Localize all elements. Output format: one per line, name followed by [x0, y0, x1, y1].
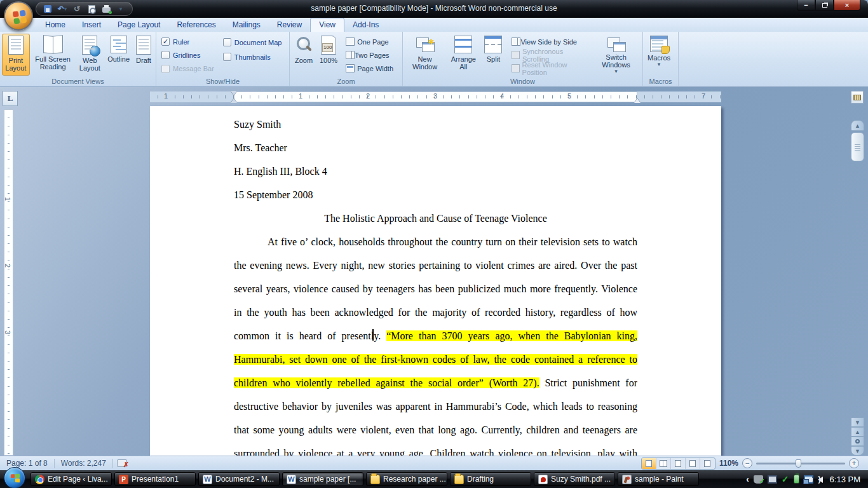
update-check-tray-icon[interactable]: ✓	[782, 475, 789, 484]
arrange-all-button[interactable]: Arrange All	[446, 34, 480, 76]
taskbar-item-research-folder[interactable]: Research paper ...	[366, 472, 447, 486]
vertical-ruler[interactable]: 1 2 3	[4, 109, 13, 456]
outline-button[interactable]: Outline	[105, 34, 132, 76]
checkbox-icon	[223, 53, 231, 61]
close-button[interactable]: ×	[834, 0, 860, 11]
status-web-layout-button[interactable]	[671, 458, 686, 469]
checkbox-disabled-icon	[161, 65, 170, 73]
scrollbar-bottom-buttons: ▼ ▲ ▼	[850, 417, 864, 456]
thumbnails-checkbox[interactable]: Thumbnails	[223, 50, 282, 64]
tab-add-ins[interactable]: Add-Ins	[344, 18, 387, 32]
taskbar-item-drafting-folder[interactable]: Drafting	[450, 472, 531, 486]
volume-icon[interactable]	[818, 477, 823, 483]
document-map-checkbox[interactable]: Document Map	[223, 36, 282, 49]
zoom-in-button[interactable]: +	[849, 458, 859, 468]
select-browse-object-button[interactable]	[851, 437, 864, 446]
zoom-100-button[interactable]: 100%	[317, 34, 340, 76]
doc-line: 15 September 2008	[234, 183, 637, 207]
tab-page-layout[interactable]: Page Layout	[109, 18, 168, 32]
horizontal-ruler[interactable]: 1 1 2 3 4 5 7	[150, 92, 721, 102]
gridlines-label: Gridlines	[173, 51, 200, 59]
zoom-button[interactable]: Zoom	[292, 34, 316, 76]
print-layout-button[interactable]: Print Layout	[2, 34, 30, 76]
draft-mini-icon	[704, 460, 710, 467]
restore-button[interactable]	[815, 0, 834, 11]
zoom-out-button[interactable]: −	[742, 458, 752, 468]
document-map-label: Document Map	[234, 39, 282, 46]
group-caption-zoom: Zoom	[290, 78, 402, 85]
macros-button[interactable]: Macros ▾	[645, 34, 673, 76]
clock[interactable]: 6:13 PM	[830, 475, 860, 484]
web-layout-button[interactable]: Web Layout	[76, 34, 104, 76]
status-outline-button[interactable]	[686, 458, 700, 469]
display-tray-icon[interactable]	[768, 475, 777, 484]
vertical-ruler-ticks	[8, 110, 10, 455]
tab-references[interactable]: References	[168, 18, 224, 32]
new-window-label: New Window	[407, 55, 442, 71]
arrange-all-label: Arrange All	[449, 55, 478, 71]
document-text: Suzy Smith Mrs. Teacher H. English III, …	[234, 112, 637, 456]
status-draft-button[interactable]	[700, 458, 715, 469]
ruler-checkbox[interactable]: ✓ Ruler	[161, 36, 214, 48]
document-page[interactable]: Suzy Smith Mrs. Teacher H. English III, …	[150, 106, 721, 456]
checkbox-icon	[161, 51, 170, 59]
browse-next-button[interactable]: ▼	[851, 446, 864, 456]
scrollbar-thumb[interactable]	[851, 132, 864, 161]
reset-window-position-label: Reset Window Position	[522, 61, 583, 76]
office-button[interactable]	[4, 1, 33, 30]
folder-icon	[454, 475, 464, 484]
zoom-slider-thumb[interactable]	[796, 459, 801, 468]
tray-expand-icon[interactable]: ‹	[746, 474, 749, 484]
right-indent-marker[interactable]	[634, 98, 641, 103]
start-button[interactable]	[4, 467, 25, 488]
doc-line: H. English III, Block 4	[234, 159, 637, 183]
word-icon: W	[287, 475, 296, 484]
paint-icon	[622, 475, 632, 484]
gridlines-checkbox[interactable]: Gridlines	[161, 49, 214, 61]
security-tray-icon[interactable]	[754, 475, 763, 484]
browse-previous-button[interactable]: ▲	[851, 427, 864, 437]
zoom-100-icon	[321, 36, 336, 55]
battery-icon[interactable]	[794, 475, 799, 484]
view-side-by-side-button[interactable]: View Side by Side	[509, 35, 585, 48]
one-page-icon	[346, 37, 355, 46]
first-line-indent-marker[interactable]	[231, 91, 237, 95]
minimize-button[interactable]: −	[797, 0, 815, 11]
ruler-toggle-button[interactable]	[851, 91, 864, 104]
full-screen-reading-button[interactable]: Full Screen Reading	[31, 34, 75, 76]
switch-windows-button[interactable]: Switch Windows ▾	[592, 34, 641, 76]
tab-mailings[interactable]: Mailings	[224, 18, 269, 32]
scroll-down-icon: ▼	[855, 419, 860, 426]
taskbar-item-sample-paper[interactable]: Wsample paper [...	[282, 472, 363, 486]
status-print-layout-button[interactable]	[642, 458, 656, 469]
two-pages-button[interactable]: Two Pages	[343, 48, 396, 62]
zoom-slider[interactable]	[756, 463, 845, 464]
taskbar-item-presentation[interactable]: PPresentation1	[114, 472, 196, 486]
zoom-level[interactable]: 110%	[719, 459, 738, 468]
page-indicator[interactable]: Page: 1 of 8	[0, 459, 55, 468]
tab-selector[interactable]: L	[3, 91, 18, 106]
one-page-button[interactable]: One Page	[343, 35, 396, 48]
scroll-up-button[interactable]: ▲	[851, 120, 864, 131]
scroll-down-button[interactable]: ▼	[851, 417, 864, 427]
page-width-button[interactable]: Page Width	[343, 62, 396, 75]
hanging-indent-marker[interactable]	[231, 98, 237, 103]
hruler-mark: 1	[299, 92, 302, 100]
word-count[interactable]: Words: 2,247	[55, 459, 113, 468]
split-button[interactable]: Split	[482, 34, 505, 76]
reset-window-position-button: Reset Window Position	[509, 62, 585, 75]
status-full-screen-button[interactable]	[656, 458, 671, 469]
window-controls: − ×	[797, 0, 860, 11]
taskbar-item-browser[interactable]: Edit Page ‹ Liva...	[31, 472, 112, 486]
view-shortcuts	[641, 458, 715, 470]
draft-button[interactable]: Draft	[133, 34, 154, 76]
taskbar-item-paint[interactable]: sample - Paint	[618, 472, 699, 486]
taskbar-item-pdf[interactable]: Suzy Smith.pdf ...	[534, 472, 615, 486]
tab-home[interactable]: Home	[37, 18, 74, 32]
tab-review[interactable]: Review	[269, 18, 310, 32]
taskbar-item-document2[interactable]: WDocument2 - M...	[198, 472, 280, 486]
tab-view[interactable]: View	[310, 18, 344, 32]
new-window-button[interactable]: ✱ New Window	[405, 34, 445, 76]
proofing-errors-icon[interactable]	[117, 459, 127, 467]
tab-insert[interactable]: Insert	[74, 18, 109, 32]
